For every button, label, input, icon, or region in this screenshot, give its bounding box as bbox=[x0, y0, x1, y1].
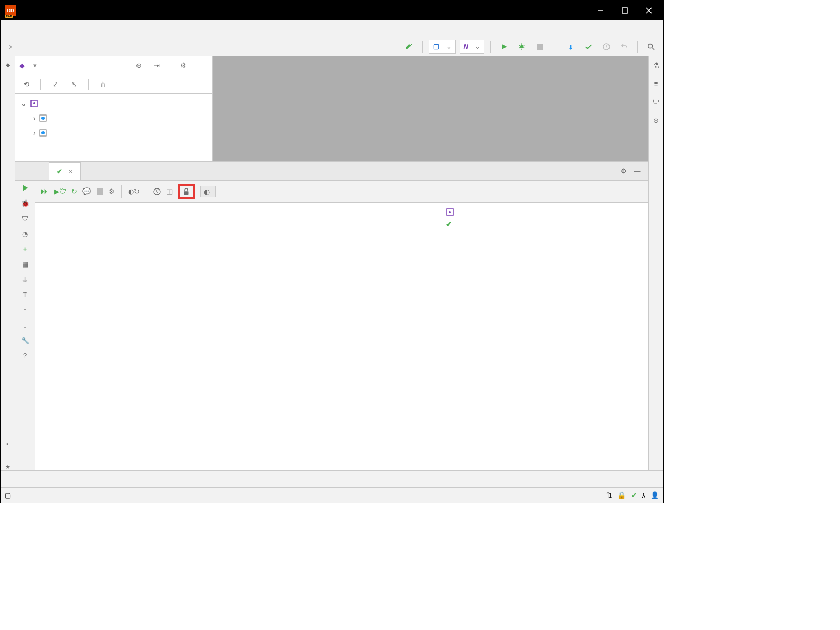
svg-point-19 bbox=[41, 117, 45, 120]
run-config-select[interactable]: ⌄ bbox=[429, 40, 456, 54]
branch-dropdown-icon[interactable]: ⇅ bbox=[606, 491, 612, 499]
history-icon[interactable] bbox=[153, 187, 161, 196]
test-count-badge[interactable]: ◐ bbox=[200, 186, 216, 197]
svg-point-17 bbox=[33, 102, 35, 104]
svg-line-9 bbox=[523, 45, 524, 46]
run-icon[interactable] bbox=[497, 40, 511, 54]
menubar bbox=[1, 20, 663, 37]
sync-icon[interactable]: ⟲ bbox=[19, 78, 33, 91]
run-cover-icon[interactable]: ▶🛡 bbox=[54, 187, 66, 195]
svg-line-11 bbox=[523, 47, 524, 48]
solution-root[interactable]: ⌄ bbox=[15, 96, 212, 111]
rerun-icon[interactable]: ↻ bbox=[71, 187, 77, 195]
panel-hide-icon[interactable]: — bbox=[631, 164, 644, 178]
tests-top-toolbar: ▶🛡 ↻ 💬 ⚙ ◐↻ ◫ ◐ bbox=[35, 181, 648, 203]
git-update-icon[interactable] bbox=[564, 40, 578, 54]
svg-line-15 bbox=[652, 48, 654, 50]
cargo-icon[interactable]: ⊛ bbox=[653, 117, 659, 124]
chat-icon[interactable]: 💬 bbox=[82, 187, 91, 195]
lock-button-highlighted[interactable] bbox=[178, 184, 195, 199]
solution-explorer: ◆ ▾ ⊕ ⇥ ⚙ — ⟲ ⤢ ⤡ ⋔ bbox=[15, 56, 213, 161]
dock-icon[interactable]: ▦ bbox=[22, 260, 28, 268]
tests-left-toolbar: 🐞 🛡 ◔ + ▦ ⇊ ⇈ ↑ ↓ 🔧 ? bbox=[15, 181, 35, 470]
undo-icon[interactable] bbox=[617, 40, 631, 54]
svg-rect-4 bbox=[434, 44, 438, 49]
stop-tests-icon bbox=[96, 188, 103, 195]
profile-icon[interactable]: ◔ bbox=[22, 230, 28, 238]
auto-icon[interactable]: ◐↻ bbox=[128, 187, 140, 195]
app-logo: RD bbox=[5, 5, 16, 16]
hammer-build-icon[interactable] bbox=[402, 40, 416, 54]
hide-icon[interactable]: — bbox=[194, 59, 208, 72]
status-bar: ▢ ⇅ 🔒 ✔ λ 👤 bbox=[1, 487, 663, 503]
add-icon[interactable]: + bbox=[23, 245, 27, 253]
flask-icon[interactable]: ⚗ bbox=[653, 61, 659, 69]
left-tool-strip: ◆ ▪ ★ bbox=[1, 56, 15, 470]
tab-tests[interactable]: ✔ × bbox=[49, 162, 81, 180]
close-button[interactable] bbox=[637, 1, 661, 20]
git-history-icon[interactable] bbox=[600, 40, 613, 54]
svg-rect-1 bbox=[622, 8, 627, 13]
options-gear-icon[interactable]: ⚙ bbox=[109, 187, 115, 195]
expand-tree-icon[interactable]: ⇊ bbox=[22, 276, 28, 284]
collapse-all-icon[interactable]: ⤡ bbox=[67, 78, 81, 91]
run-all-icon[interactable] bbox=[39, 187, 49, 196]
run-current-icon[interactable] bbox=[21, 184, 29, 192]
panel-gear-icon[interactable]: ⚙ bbox=[617, 164, 631, 178]
down-icon[interactable]: ↓ bbox=[23, 321, 27, 329]
svg-point-21 bbox=[41, 131, 45, 134]
maximize-button[interactable] bbox=[613, 1, 637, 20]
svg-point-26 bbox=[449, 211, 451, 213]
minimize-button[interactable] bbox=[589, 1, 613, 20]
user-icon[interactable]: 👤 bbox=[650, 491, 659, 499]
favorites-tab-icon[interactable]: ★ bbox=[5, 464, 10, 470]
wrench-icon[interactable]: 🔧 bbox=[21, 337, 29, 344]
unit-tests-panel: ✔ × ⚙ — 🐞 🛡 ◔ + ▦ ⇊ ⇈ ↑ bbox=[15, 161, 648, 470]
lock-status-icon[interactable]: 🔒 bbox=[617, 491, 626, 499]
cover-icon[interactable]: 🛡 bbox=[22, 215, 28, 223]
project-item[interactable]: › bbox=[15, 125, 212, 140]
main-toolbar: › ⌄ N ⌄ bbox=[1, 37, 663, 56]
tab-explorer[interactable] bbox=[34, 162, 49, 180]
structure-tab-icon[interactable]: ▪ bbox=[7, 440, 9, 447]
collapse-tree-icon[interactable]: ⇈ bbox=[22, 291, 28, 299]
breadcrumb[interactable]: › bbox=[6, 41, 12, 52]
shield-icon[interactable]: 🛡 bbox=[653, 98, 659, 106]
lambda-icon[interactable]: λ bbox=[642, 491, 646, 499]
right-tool-strip: ⚗ ≡ 🛡 ⊛ bbox=[648, 56, 663, 470]
git-commit-icon[interactable] bbox=[582, 40, 595, 54]
collapse-icon[interactable]: ⇥ bbox=[150, 59, 163, 72]
svg-rect-22 bbox=[97, 188, 103, 195]
bottom-tool-tabs bbox=[1, 470, 663, 487]
svg-line-10 bbox=[519, 47, 520, 48]
explorer-tab-icon[interactable]: ◆ bbox=[6, 61, 10, 68]
split-icon[interactable]: ◫ bbox=[166, 187, 173, 195]
svg-line-8 bbox=[519, 45, 520, 46]
svg-point-5 bbox=[520, 45, 524, 48]
target-icon[interactable]: ⊕ bbox=[132, 59, 145, 72]
notification-icon[interactable]: ▢ bbox=[5, 491, 11, 499]
db-icon[interactable]: ≡ bbox=[654, 80, 658, 88]
svg-rect-24 bbox=[184, 191, 189, 195]
tests-tree[interactable] bbox=[35, 203, 439, 470]
editor-area bbox=[213, 56, 648, 161]
help-icon[interactable]: ? bbox=[23, 352, 27, 360]
tree-icon[interactable]: ⋔ bbox=[96, 78, 110, 91]
gear-icon[interactable]: ⚙ bbox=[176, 59, 190, 72]
expand-icon[interactable]: ⤢ bbox=[48, 78, 62, 91]
debug-current-icon[interactable]: 🐞 bbox=[21, 200, 29, 207]
titlebar: RD bbox=[1, 1, 663, 20]
test-detail: ✔ bbox=[439, 203, 648, 470]
target-select[interactable]: N ⌄ bbox=[460, 40, 484, 54]
up-icon[interactable]: ↑ bbox=[23, 306, 27, 314]
project-item[interactable]: › bbox=[15, 111, 212, 125]
stop-icon bbox=[533, 40, 547, 54]
svg-rect-12 bbox=[537, 44, 543, 50]
inspection-ok-icon[interactable]: ✔ bbox=[631, 491, 637, 499]
debug-icon[interactable] bbox=[515, 40, 529, 54]
svg-point-14 bbox=[648, 44, 653, 48]
search-icon[interactable] bbox=[644, 40, 658, 54]
